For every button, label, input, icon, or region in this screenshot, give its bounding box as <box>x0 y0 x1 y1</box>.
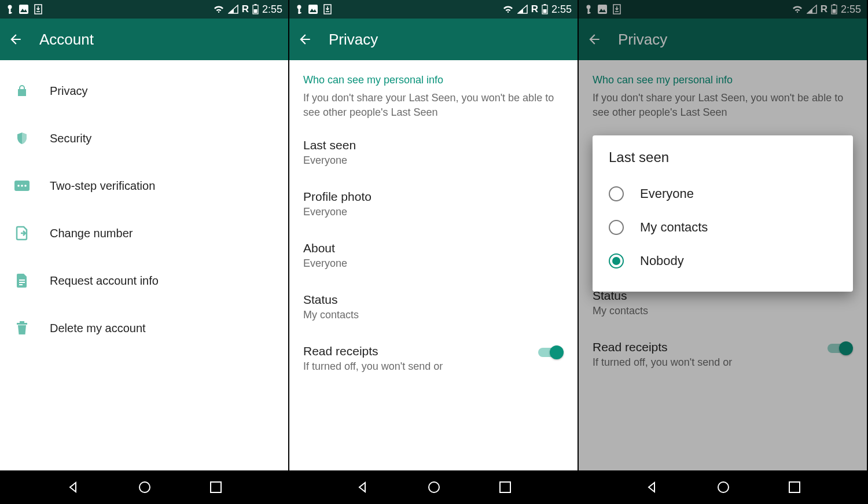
dialog-last-seen: Last seen Everyone My contacts Nobody <box>593 135 853 292</box>
page-title: Privacy <box>618 31 667 49</box>
roaming-label: R <box>531 3 538 15</box>
pref-read-receipts[interactable]: Read receipts If turned off, you won't s… <box>579 329 867 369</box>
pref-title: Last seen <box>303 138 564 152</box>
pref-status[interactable]: Status My contacts <box>289 281 578 333</box>
svg-rect-22 <box>211 482 221 492</box>
account-item-label: Delete my account <box>50 322 146 335</box>
trash-icon <box>14 321 30 336</box>
nav-recent-icon[interactable] <box>499 481 512 494</box>
wifi-icon <box>502 5 514 14</box>
key-icon <box>6 4 14 14</box>
app-bar: Account <box>0 19 288 60</box>
option-label: My contacts <box>640 220 708 235</box>
svg-rect-19 <box>17 323 27 325</box>
section-header: Who can see my personal info <box>289 60 578 91</box>
clock-label: 2:55 <box>551 3 572 16</box>
radio-icon <box>609 186 624 201</box>
pref-about[interactable]: About Everyone <box>289 230 578 281</box>
pref-title: Read receipts <box>593 340 732 354</box>
account-item-security[interactable]: Security <box>0 115 288 162</box>
svg-point-15 <box>24 185 27 187</box>
image-icon <box>308 4 318 14</box>
account-item-label: Two-step verification <box>50 179 155 193</box>
svg-rect-50 <box>789 482 800 492</box>
nav-recent-icon[interactable] <box>209 481 222 494</box>
screen-account: R 2:55 Account Privacy Security Two-step… <box>0 0 289 504</box>
key-icon <box>295 4 303 14</box>
svg-rect-16 <box>19 279 25 281</box>
status-bar: R 2:55 <box>579 0 867 19</box>
nav-home-icon[interactable] <box>138 480 152 494</box>
account-item-label: Change number <box>50 227 133 240</box>
key-icon <box>584 4 593 14</box>
svg-rect-48 <box>832 9 836 13</box>
toggle-read-receipts[interactable] <box>827 341 853 355</box>
wifi-icon <box>213 5 225 14</box>
shield-icon <box>14 131 30 145</box>
clock-label: 2:55 <box>841 3 861 16</box>
battery-icon <box>542 4 548 14</box>
svg-rect-11 <box>253 9 257 13</box>
pref-last-seen[interactable]: Last seen Everyone <box>289 127 578 178</box>
back-button[interactable] <box>297 32 312 47</box>
pref-sub: My contacts <box>593 305 853 317</box>
option-label: Nobody <box>640 253 684 268</box>
pref-profile-photo[interactable]: Profile photo Everyone <box>289 178 578 230</box>
svg-rect-17 <box>19 282 25 283</box>
account-item-request-info[interactable]: Request account info <box>0 257 288 304</box>
download-icon <box>34 4 43 14</box>
privacy-content-dimmed: Who can see my personal info If you don'… <box>579 60 867 470</box>
account-item-delete[interactable]: Delete my account <box>0 304 288 352</box>
svg-rect-36 <box>500 482 510 492</box>
nav-home-icon[interactable] <box>427 480 441 494</box>
pref-read-receipts[interactable]: Read receipts If turned off, you won't s… <box>289 333 578 373</box>
option-everyone[interactable]: Everyone <box>604 177 841 211</box>
document-icon <box>14 273 30 288</box>
signal-icon <box>228 5 238 14</box>
nav-back-icon[interactable] <box>66 480 80 494</box>
account-item-privacy[interactable]: Privacy <box>0 67 288 115</box>
svg-rect-40 <box>598 5 607 14</box>
battery-icon <box>252 4 259 14</box>
option-nobody[interactable]: Nobody <box>604 244 841 278</box>
toggle-read-receipts[interactable] <box>538 345 564 359</box>
account-item-two-step[interactable]: Two-step verification <box>0 162 288 209</box>
image-icon <box>597 4 608 14</box>
download-icon <box>612 4 621 14</box>
back-button[interactable] <box>587 32 602 47</box>
nav-back-icon[interactable] <box>355 480 369 494</box>
svg-point-13 <box>17 185 20 187</box>
app-bar: Privacy <box>579 19 867 60</box>
dots-icon <box>14 181 30 191</box>
svg-rect-34 <box>543 9 546 13</box>
pref-sub: Everyone <box>303 154 564 167</box>
svg-rect-39 <box>588 12 591 13</box>
roaming-label: R <box>821 3 827 15</box>
svg-point-35 <box>429 482 439 492</box>
nav-back-icon[interactable] <box>645 480 659 494</box>
pref-title: About <box>303 241 564 255</box>
signal-icon <box>517 5 528 14</box>
privacy-content: Who can see my personal info If you don'… <box>289 60 578 470</box>
radio-icon <box>609 220 624 235</box>
image-icon <box>19 4 29 14</box>
nav-recent-icon[interactable] <box>788 481 801 494</box>
clock-label: 2:55 <box>262 3 282 16</box>
page-title: Account <box>39 31 94 49</box>
section-desc: If you don't share your Last Seen, you w… <box>579 91 867 127</box>
pref-sub: If turned off, you won't send or <box>303 360 443 373</box>
wifi-icon <box>792 5 803 14</box>
option-my-contacts[interactable]: My contacts <box>604 211 841 244</box>
svg-point-21 <box>139 482 150 492</box>
nav-bar <box>289 470 578 504</box>
pref-title: Profile photo <box>303 190 564 204</box>
back-button[interactable] <box>8 32 23 47</box>
section-header: Who can see my personal info <box>579 60 867 91</box>
nav-home-icon[interactable] <box>716 480 730 494</box>
account-item-label: Request account info <box>50 274 159 288</box>
lock-icon <box>14 84 30 98</box>
account-item-change-number[interactable]: Change number <box>0 209 288 257</box>
pref-sub: Everyone <box>303 257 564 270</box>
account-content: Privacy Security Two-step verification C… <box>0 60 288 470</box>
svg-point-49 <box>718 482 729 492</box>
